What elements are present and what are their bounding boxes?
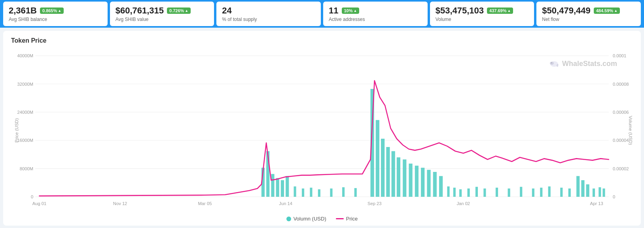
stat-supply: 24 % of total supply [216, 2, 321, 26]
svg-text:Apr 13: Apr 13 [590, 201, 603, 206]
svg-text:Price (USD): Price (USD) [15, 118, 19, 143]
svg-rect-67 [548, 187, 551, 197]
svg-text:Nov 12: Nov 12 [113, 201, 127, 206]
legend-volume-label: Volumn (USD) [294, 216, 326, 222]
svg-rect-57 [453, 188, 456, 197]
svg-point-1 [550, 62, 554, 65]
stat-shib-balance-value: 2,361B [9, 6, 37, 16]
svg-text:24000M: 24000M [17, 110, 34, 115]
stat-shib-value-label: Avg SHIB value [116, 17, 209, 22]
svg-rect-33 [276, 178, 279, 197]
stat-shib-balance-main: 2,361B 0.865% [9, 6, 102, 16]
stat-supply-value: 24 [222, 6, 231, 16]
svg-rect-51 [415, 166, 419, 197]
svg-text:0.00008: 0.00008 [613, 81, 629, 86]
svg-text:0.0001: 0.0001 [613, 53, 626, 58]
stat-shib-value-badge: 0.726% [167, 8, 191, 14]
svg-rect-70 [576, 176, 580, 197]
stat-active-addresses-value: 11 [329, 6, 338, 16]
svg-text:8000M: 8000M [20, 166, 33, 171]
stat-volume: $53,475,103 437.69% Volume [430, 2, 534, 26]
svg-rect-49 [403, 160, 406, 197]
stat-shib-balance: 2,361B 0.865% Avg SHIB balance [3, 2, 108, 26]
svg-rect-59 [467, 188, 470, 197]
chart-svg: 0 8000M 16000M 24000M 32000M 40000M 0 0.… [11, 47, 633, 213]
chart-area: WhaleStats.com 0 8000M 16000M 24000M 320… [11, 47, 633, 213]
svg-rect-55 [439, 176, 443, 197]
stat-net-flow-badge: 484.59% [594, 8, 620, 14]
stat-volume-value: $53,475,103 [436, 6, 484, 16]
svg-rect-74 [599, 187, 601, 197]
svg-rect-47 [392, 151, 395, 197]
svg-rect-58 [459, 189, 462, 197]
stat-volume-label: Volume [436, 17, 529, 22]
svg-rect-35 [286, 176, 289, 197]
chart-container: Token Price WhaleStats.com 0 8000M 16000… [3, 31, 641, 226]
stat-net-flow-label: Net flow [542, 17, 635, 22]
svg-text:Jun 14: Jun 14 [279, 201, 292, 206]
stat-net-flow-main: $50,479,449 484.59% [542, 6, 635, 16]
legend-price-label: Price [346, 216, 358, 222]
svg-rect-60 [475, 187, 478, 197]
chart-legend: Volumn (USD) Price [11, 216, 633, 222]
svg-text:0.00002: 0.00002 [613, 166, 629, 171]
svg-rect-38 [310, 188, 312, 197]
svg-rect-61 [483, 188, 486, 197]
svg-text:16000M: 16000M [17, 138, 34, 143]
watermark: WhaleStats.com [549, 59, 617, 68]
stat-shib-value-value: $60,761,315 [116, 6, 164, 16]
svg-rect-75 [602, 188, 605, 197]
svg-rect-36 [294, 187, 296, 197]
svg-rect-64 [520, 187, 522, 197]
legend-volume: Volumn (USD) [286, 216, 326, 222]
svg-rect-37 [302, 188, 304, 197]
stat-volume-main: $53,475,103 437.69% [436, 6, 529, 16]
svg-rect-50 [409, 164, 412, 197]
svg-rect-72 [586, 185, 589, 197]
svg-text:0: 0 [31, 194, 33, 199]
svg-rect-54 [433, 172, 437, 197]
legend-price: Price [336, 216, 358, 222]
stat-shib-balance-badge: 0.865% [40, 8, 64, 14]
stat-active-addresses-badge: 10% [342, 8, 360, 14]
svg-rect-34 [281, 180, 284, 197]
svg-rect-42 [354, 188, 357, 197]
svg-rect-41 [342, 187, 345, 197]
svg-text:Mar 05: Mar 05 [198, 201, 212, 206]
svg-rect-66 [540, 188, 542, 197]
stat-volume-badge: 437.69% [487, 8, 513, 14]
svg-rect-62 [496, 188, 498, 197]
stat-net-flow: $50,479,449 484.59% Net flow [536, 2, 641, 26]
svg-rect-71 [581, 180, 584, 197]
stat-active-addresses-main: 11 10% [329, 6, 422, 16]
svg-rect-56 [447, 187, 449, 197]
svg-text:0.00006: 0.00006 [613, 110, 629, 115]
stat-shib-value: $60,761,315 0.726% Avg SHIB value [110, 2, 214, 26]
stat-shib-balance-label: Avg SHIB balance [9, 17, 102, 22]
svg-text:0: 0 [613, 194, 615, 199]
watermark-text: WhaleStats.com [562, 60, 617, 68]
svg-rect-48 [397, 157, 400, 197]
svg-rect-53 [427, 170, 430, 197]
chart-title: Token Price [11, 37, 633, 44]
svg-text:Jan 02: Jan 02 [456, 201, 470, 206]
stat-active-addresses-label: Active addresses [329, 17, 422, 22]
svg-rect-68 [560, 188, 563, 197]
svg-text:32000M: 32000M [17, 81, 34, 86]
svg-rect-44 [376, 120, 379, 197]
svg-rect-65 [532, 188, 534, 197]
svg-rect-73 [593, 188, 595, 197]
svg-rect-46 [386, 147, 390, 197]
svg-rect-40 [330, 188, 332, 197]
stat-active-addresses: 11 10% Active addresses [323, 2, 428, 26]
stat-shib-value-main: $60,761,315 0.726% [116, 6, 209, 16]
whale-icon [549, 59, 560, 68]
svg-point-2 [551, 62, 552, 63]
svg-rect-69 [568, 188, 571, 197]
svg-rect-32 [271, 174, 274, 197]
svg-text:40000M: 40000M [17, 53, 34, 58]
svg-rect-63 [508, 188, 510, 197]
stats-bar: 2,361B 0.865% Avg SHIB balance $60,761,3… [0, 0, 644, 28]
svg-rect-52 [421, 168, 424, 197]
legend-volume-dot [286, 217, 291, 221]
